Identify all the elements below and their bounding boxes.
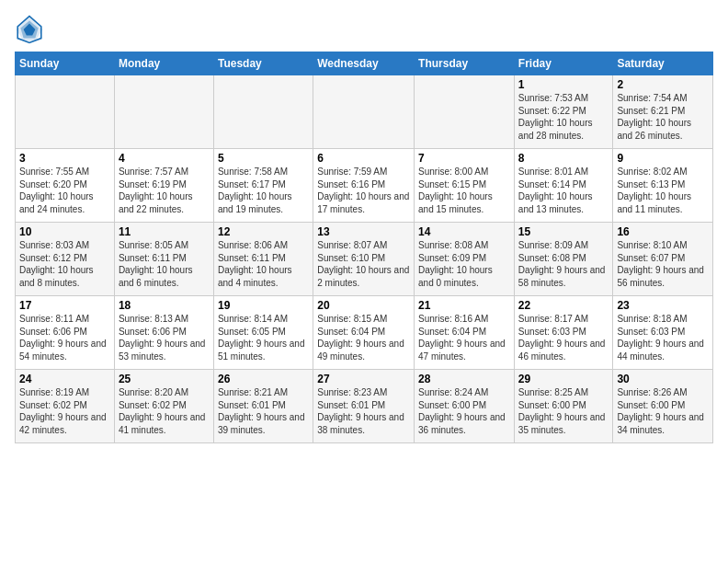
calendar-cell: 7Sunrise: 8:00 AM Sunset: 6:15 PM Daylig… [415, 149, 515, 223]
day-info: Sunrise: 8:11 AM Sunset: 6:06 PM Dayligh… [19, 313, 110, 362]
day-info: Sunrise: 8:23 AM Sunset: 6:01 PM Dayligh… [317, 386, 410, 436]
day-info: Sunrise: 8:26 AM Sunset: 6:00 PM Dayligh… [617, 386, 709, 436]
calendar-cell: 18Sunrise: 8:13 AM Sunset: 6:06 PM Dayli… [114, 296, 213, 370]
day-info: Sunrise: 8:02 AM Sunset: 6:13 PM Dayligh… [617, 166, 709, 215]
day-info: Sunrise: 8:13 AM Sunset: 6:06 PM Dayligh… [119, 313, 210, 362]
day-info: Sunrise: 8:00 AM Sunset: 6:15 PM Dayligh… [418, 166, 510, 215]
calendar-cell: 14Sunrise: 8:08 AM Sunset: 6:09 PM Dayli… [415, 223, 515, 296]
weekday-header-tuesday: Tuesday [213, 52, 313, 75]
day-info: Sunrise: 7:58 AM Sunset: 6:17 PM Dayligh… [218, 166, 309, 215]
day-number: 14 [418, 225, 510, 238]
day-number: 1 [518, 78, 609, 91]
day-info: Sunrise: 8:18 AM Sunset: 6:03 PM Dayligh… [617, 313, 709, 362]
calendar-cell: 6Sunrise: 7:59 AM Sunset: 6:16 PM Daylig… [313, 149, 415, 223]
calendar-cell: 11Sunrise: 8:05 AM Sunset: 6:11 PM Dayli… [114, 223, 213, 296]
day-info: Sunrise: 8:14 AM Sunset: 6:05 PM Dayligh… [218, 313, 309, 362]
day-number: 29 [518, 373, 609, 385]
day-info: Sunrise: 8:03 AM Sunset: 6:12 PM Dayligh… [19, 239, 110, 289]
weekday-header-wednesday: Wednesday [313, 52, 415, 75]
day-number: 26 [218, 373, 309, 385]
calendar-cell: 12Sunrise: 8:06 AM Sunset: 6:11 PM Dayli… [213, 223, 313, 296]
day-info: Sunrise: 8:16 AM Sunset: 6:04 PM Dayligh… [418, 313, 510, 362]
day-number: 12 [218, 225, 309, 238]
calendar-cell: 26Sunrise: 8:21 AM Sunset: 6:01 PM Dayli… [213, 370, 313, 443]
day-number: 13 [317, 225, 410, 238]
calendar-cell: 3Sunrise: 7:55 AM Sunset: 6:20 PM Daylig… [16, 149, 115, 223]
day-info: Sunrise: 8:21 AM Sunset: 6:01 PM Dayligh… [218, 386, 309, 436]
day-info: Sunrise: 8:19 AM Sunset: 6:02 PM Dayligh… [19, 386, 110, 436]
day-number: 27 [317, 373, 410, 385]
calendar-table: SundayMondayTuesdayWednesdayThursdayFrid… [15, 52, 713, 443]
day-number: 11 [119, 225, 210, 238]
calendar-cell: 16Sunrise: 8:10 AM Sunset: 6:07 PM Dayli… [613, 223, 713, 296]
calendar-cell: 24Sunrise: 8:19 AM Sunset: 6:02 PM Dayli… [16, 370, 115, 443]
calendar-cell: 20Sunrise: 8:15 AM Sunset: 6:04 PM Dayli… [313, 296, 415, 370]
calendar-cell: 22Sunrise: 8:17 AM Sunset: 6:03 PM Dayli… [514, 296, 613, 370]
calendar-cell: 27Sunrise: 8:23 AM Sunset: 6:01 PM Dayli… [313, 370, 415, 443]
calendar-cell: 29Sunrise: 8:25 AM Sunset: 6:00 PM Dayli… [514, 370, 613, 443]
calendar-cell [114, 75, 213, 149]
calendar-cell: 5Sunrise: 7:58 AM Sunset: 6:17 PM Daylig… [213, 149, 313, 223]
calendar-cell: 2Sunrise: 7:54 AM Sunset: 6:21 PM Daylig… [613, 75, 713, 149]
calendar-cell: 17Sunrise: 8:11 AM Sunset: 6:06 PM Dayli… [16, 296, 115, 370]
weekday-header-saturday: Saturday [613, 52, 713, 75]
day-info: Sunrise: 8:08 AM Sunset: 6:09 PM Dayligh… [418, 239, 510, 289]
calendar-cell: 10Sunrise: 8:03 AM Sunset: 6:12 PM Dayli… [16, 223, 115, 296]
calendar-cell [313, 75, 415, 149]
day-info: Sunrise: 8:24 AM Sunset: 6:00 PM Dayligh… [418, 386, 510, 436]
day-number: 22 [518, 299, 609, 312]
day-info: Sunrise: 7:59 AM Sunset: 6:16 PM Dayligh… [317, 166, 410, 215]
day-number: 2 [617, 78, 709, 91]
day-number: 3 [19, 152, 110, 165]
day-number: 4 [119, 152, 210, 165]
day-number: 9 [617, 152, 709, 165]
day-number: 20 [317, 299, 410, 312]
day-number: 10 [19, 225, 110, 238]
day-number: 19 [218, 299, 309, 312]
day-info: Sunrise: 7:55 AM Sunset: 6:20 PM Dayligh… [19, 166, 110, 215]
day-info: Sunrise: 7:57 AM Sunset: 6:19 PM Dayligh… [119, 166, 210, 215]
calendar-cell: 28Sunrise: 8:24 AM Sunset: 6:00 PM Dayli… [415, 370, 515, 443]
calendar-cell [415, 75, 515, 149]
weekday-header-friday: Friday [514, 52, 613, 75]
calendar-cell: 15Sunrise: 8:09 AM Sunset: 6:08 PM Dayli… [514, 223, 613, 296]
calendar-cell: 19Sunrise: 8:14 AM Sunset: 6:05 PM Dayli… [213, 296, 313, 370]
day-info: Sunrise: 7:53 AM Sunset: 6:22 PM Dayligh… [518, 92, 609, 142]
day-info: Sunrise: 8:09 AM Sunset: 6:08 PM Dayligh… [518, 239, 609, 289]
day-number: 28 [418, 373, 510, 385]
weekday-header-thursday: Thursday [415, 52, 515, 75]
calendar-cell [16, 75, 115, 149]
calendar-cell: 21Sunrise: 8:16 AM Sunset: 6:04 PM Dayli… [415, 296, 515, 370]
calendar-cell [213, 75, 313, 149]
day-info: Sunrise: 8:10 AM Sunset: 6:07 PM Dayligh… [617, 239, 709, 289]
calendar-cell: 23Sunrise: 8:18 AM Sunset: 6:03 PM Dayli… [613, 296, 713, 370]
calendar-cell: 25Sunrise: 8:20 AM Sunset: 6:02 PM Dayli… [114, 370, 213, 443]
day-number: 30 [617, 373, 709, 385]
day-info: Sunrise: 8:20 AM Sunset: 6:02 PM Dayligh… [119, 386, 210, 436]
calendar-cell: 1Sunrise: 7:53 AM Sunset: 6:22 PM Daylig… [514, 75, 613, 149]
day-number: 16 [617, 225, 709, 238]
day-info: Sunrise: 8:01 AM Sunset: 6:14 PM Dayligh… [518, 166, 609, 215]
day-number: 15 [518, 225, 609, 238]
day-number: 24 [19, 373, 110, 385]
day-info: Sunrise: 7:54 AM Sunset: 6:21 PM Dayligh… [617, 92, 709, 142]
header [15, 15, 713, 44]
calendar-cell: 4Sunrise: 7:57 AM Sunset: 6:19 PM Daylig… [114, 149, 213, 223]
day-number: 23 [617, 299, 709, 312]
day-info: Sunrise: 8:15 AM Sunset: 6:04 PM Dayligh… [317, 313, 410, 362]
calendar-cell: 8Sunrise: 8:01 AM Sunset: 6:14 PM Daylig… [514, 149, 613, 223]
day-info: Sunrise: 8:17 AM Sunset: 6:03 PM Dayligh… [518, 313, 609, 362]
logo [15, 15, 48, 44]
calendar-cell: 13Sunrise: 8:07 AM Sunset: 6:10 PM Dayli… [313, 223, 415, 296]
day-info: Sunrise: 8:25 AM Sunset: 6:00 PM Dayligh… [518, 386, 609, 436]
day-number: 18 [119, 299, 210, 312]
weekday-header-sunday: Sunday [16, 52, 115, 75]
day-info: Sunrise: 8:05 AM Sunset: 6:11 PM Dayligh… [119, 239, 210, 289]
day-number: 7 [418, 152, 510, 165]
day-info: Sunrise: 8:07 AM Sunset: 6:10 PM Dayligh… [317, 239, 410, 289]
day-number: 6 [317, 152, 410, 165]
day-info: Sunrise: 8:06 AM Sunset: 6:11 PM Dayligh… [218, 239, 309, 289]
logo-icon [15, 15, 44, 44]
calendar-cell: 9Sunrise: 8:02 AM Sunset: 6:13 PM Daylig… [613, 149, 713, 223]
weekday-header-monday: Monday [114, 52, 213, 75]
